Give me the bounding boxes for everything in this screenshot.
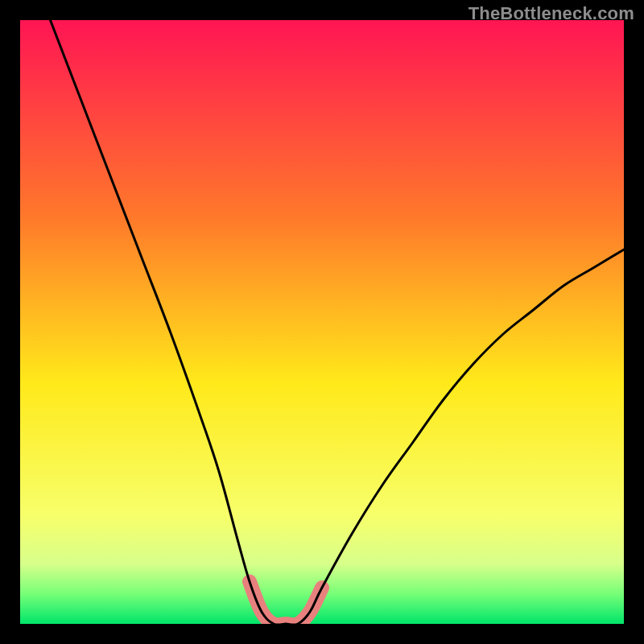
chart-svg: [20, 20, 624, 624]
bottleneck-chart: [20, 20, 624, 624]
watermark-text: TheBottleneck.com: [469, 3, 634, 24]
chart-frame: TheBottleneck.com: [0, 0, 644, 644]
chart-background: [20, 20, 624, 624]
